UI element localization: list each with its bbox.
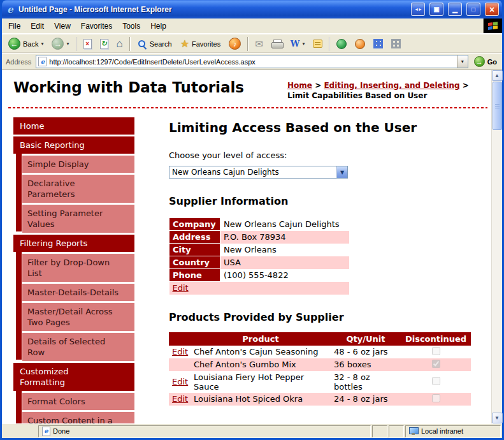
sidebar-item-customized-formatting[interactable]: Customized Formatting bbox=[13, 363, 134, 391]
back-button[interactable]: ← Back ▾ bbox=[4, 36, 47, 52]
supplier-field-label: City bbox=[169, 244, 220, 256]
products-table: Product Qty/Unit Discontinued Edit Chef … bbox=[169, 332, 471, 406]
sidebar-item-format-colors[interactable]: Format Colors bbox=[22, 393, 134, 410]
window-title: Untitled Page - Microsoft Internet Explo… bbox=[18, 5, 407, 14]
column-header-qty: Qty/Unit bbox=[331, 332, 401, 346]
address-input[interactable] bbox=[49, 58, 454, 66]
supplier-field-label: Company bbox=[169, 218, 220, 231]
sidebar-item-simple-display[interactable]: Simple Display bbox=[22, 156, 134, 173]
stop-button[interactable]: × bbox=[80, 37, 96, 51]
media-button[interactable]: ♪ bbox=[225, 36, 245, 52]
access-level-label: Choose your level of access: bbox=[169, 150, 481, 160]
home-icon: ⌂ bbox=[117, 38, 123, 49]
addon-button-1[interactable] bbox=[333, 37, 350, 51]
title-page-button[interactable]: ▣ bbox=[429, 3, 443, 16]
table-row: Company New Orleans Cajun Delights bbox=[169, 218, 349, 231]
supplier-info-heading: Supplier Information bbox=[169, 195, 481, 207]
product-edit-link[interactable]: Edit bbox=[172, 377, 188, 386]
maximize-button[interactable]: □ bbox=[466, 3, 480, 16]
scroll-down-button[interactable]: ▼ bbox=[492, 413, 503, 423]
title-nav-button[interactable]: ◄► bbox=[411, 3, 425, 16]
discontinued-checkbox[interactable] bbox=[432, 360, 440, 368]
column-header-product: Product bbox=[191, 332, 331, 346]
sidebar-item-master-details-details[interactable]: Master-Details-Details bbox=[22, 284, 134, 301]
breadcrumb-current: Limit Capabilities Based on User bbox=[287, 91, 472, 101]
refresh-icon: ↻ bbox=[100, 39, 108, 49]
table-header-row: Product Qty/Unit Discontinued bbox=[169, 332, 471, 346]
favorites-label: Favorites bbox=[192, 40, 220, 48]
address-field[interactable]: e ▾ bbox=[36, 55, 468, 68]
scroll-up-button[interactable]: ▲ bbox=[492, 70, 503, 81]
supplier-table: Company New Orleans Cajun Delights Addre… bbox=[169, 217, 349, 295]
home-button[interactable]: ⌂ bbox=[113, 36, 127, 51]
addon-dotted-grid-icon bbox=[391, 39, 401, 48]
combo-arrow-icon[interactable]: ▼ bbox=[336, 166, 347, 178]
discontinued-checkbox[interactable] bbox=[432, 394, 440, 402]
sidebar-item-filtering-reports[interactable]: Filtering Reports bbox=[13, 235, 134, 252]
sidebar-item-master-detail-across-two-pages[interactable]: Master/Detail Across Two Pages bbox=[22, 303, 134, 331]
scrollbar-track[interactable] bbox=[492, 81, 503, 413]
addon-button-3[interactable] bbox=[370, 37, 387, 50]
menu-favorites[interactable]: Favorites bbox=[76, 18, 117, 33]
search-label: Search bbox=[150, 40, 172, 48]
refresh-button[interactable]: ↻ bbox=[96, 37, 112, 51]
vertical-scrollbar[interactable]: ▲ ▼ bbox=[491, 70, 502, 423]
windows-flag-icon bbox=[488, 22, 498, 30]
main-content: Limiting Access Based on the User Choose… bbox=[169, 117, 491, 423]
search-icon bbox=[137, 39, 147, 49]
status-pane-empty bbox=[389, 425, 404, 437]
menu-edit[interactable]: Edit bbox=[25, 18, 49, 33]
minimize-button[interactable]: ▁ bbox=[448, 3, 462, 16]
menu-view[interactable]: View bbox=[49, 18, 76, 33]
toolbar-separator bbox=[129, 37, 131, 51]
ie-logo-icon: e bbox=[5, 4, 15, 15]
scrollbar-thumb[interactable] bbox=[493, 82, 502, 130]
page-title: Limiting Access Based on the User bbox=[169, 120, 481, 135]
discuss-icon bbox=[313, 40, 322, 48]
discontinued-checkbox[interactable] bbox=[432, 347, 440, 355]
viewport: Working with Data Tutorials Home > Editi… bbox=[2, 70, 502, 423]
mail-button[interactable]: ✉ bbox=[251, 37, 267, 50]
security-zone-pane: Local intranet bbox=[405, 425, 501, 437]
sidebar-item-details-of-selected-row[interactable]: Details of Selected Row bbox=[22, 333, 134, 361]
table-row: Country USA bbox=[169, 256, 349, 269]
stop-icon: × bbox=[83, 39, 92, 49]
discuss-button[interactable] bbox=[309, 38, 326, 50]
addon-button-4[interactable] bbox=[387, 37, 405, 50]
discontinued-checkbox[interactable] bbox=[432, 377, 440, 385]
status-pane-empty bbox=[372, 425, 387, 437]
sidebar-item-custom-content[interactable]: Custom Content in a bbox=[22, 412, 134, 423]
menu-file[interactable]: File bbox=[3, 18, 25, 33]
edit-with-word-button[interactable]: W ▾ bbox=[287, 37, 309, 50]
print-button[interactable] bbox=[268, 38, 286, 50]
sidebar-item-basic-reporting[interactable]: Basic Reporting bbox=[13, 136, 134, 154]
breadcrumb-section-link[interactable]: Editing, Inserting, and Deleting bbox=[324, 81, 459, 90]
favorites-button[interactable]: ★ Favorites bbox=[176, 37, 225, 51]
address-bar: Address e ▾ → Go bbox=[2, 54, 502, 70]
forward-button[interactable]: → ▾ bbox=[48, 36, 73, 52]
sidebar-item-declarative-parameters[interactable]: Declarative Parameters bbox=[22, 175, 134, 203]
access-level-select[interactable]: New Orleans Cajun Delights ▼ bbox=[169, 166, 348, 179]
sidebar-group-basic-reporting: Basic Reporting Simple Display Declarati… bbox=[13, 136, 134, 233]
addon-button-2[interactable] bbox=[351, 37, 369, 51]
go-button[interactable]: → Go bbox=[472, 56, 500, 67]
close-button[interactable]: × bbox=[485, 3, 499, 16]
product-edit-link[interactable]: Edit bbox=[172, 347, 188, 356]
toolbar-separator bbox=[329, 37, 330, 51]
menu-tools[interactable]: Tools bbox=[117, 18, 145, 33]
menu-help[interactable]: Help bbox=[145, 18, 171, 33]
table-row: Edit Louisiana Hot Spiced Okra 24 - 8 oz… bbox=[169, 393, 471, 406]
sidebar-item-home[interactable]: Home bbox=[13, 117, 134, 135]
breadcrumb-home-link[interactable]: Home bbox=[287, 81, 312, 90]
product-edit-link[interactable]: Edit bbox=[172, 394, 188, 404]
address-dropdown-button[interactable]: ▾ bbox=[457, 55, 468, 68]
supplier-edit-link[interactable]: Edit bbox=[173, 283, 189, 293]
search-button[interactable]: Search bbox=[133, 37, 176, 51]
product-qty-cell: 32 - 8 oz bottles bbox=[331, 371, 401, 393]
status-text-pane: e Done bbox=[38, 425, 371, 437]
sidebar-item-setting-parameter-values[interactable]: Setting Parameter Values bbox=[22, 205, 134, 233]
product-qty-cell: 48 - 6 oz jars bbox=[331, 346, 401, 358]
sidebar-item-filter-by-dropdown-list[interactable]: Filter by Drop-Down List bbox=[22, 254, 134, 282]
supplier-field-value: USA bbox=[220, 256, 349, 269]
table-row: Edit Louisiana Fiery Hot Pepper Sauce 32… bbox=[169, 371, 471, 393]
